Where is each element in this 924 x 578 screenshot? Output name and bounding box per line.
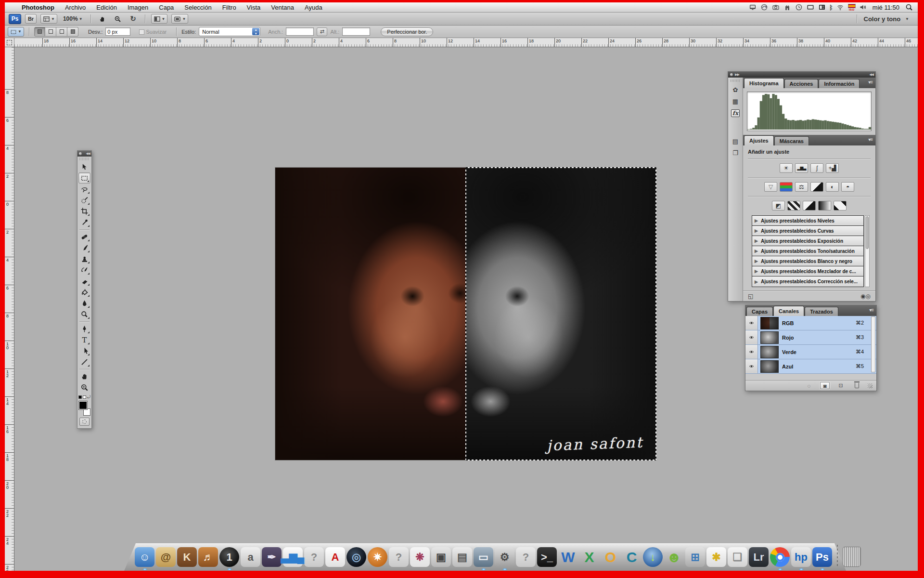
dock-paint-app[interactable]: ✱ bbox=[706, 547, 726, 567]
expand-triangle-icon[interactable]: ▶ bbox=[755, 249, 758, 253]
channel-mixer-icon[interactable]: ◓ bbox=[841, 182, 854, 192]
foreground-color-swatch[interactable] bbox=[79, 401, 87, 409]
selection-mode-subtract[interactable] bbox=[56, 27, 67, 37]
expand-triangle-icon[interactable]: ▶ bbox=[755, 279, 758, 284]
dock-system-preferences[interactable]: ⚙ bbox=[495, 547, 514, 567]
expand-triangle-icon[interactable]: ▶ bbox=[755, 259, 758, 263]
dock-missing-app-3[interactable]: ? bbox=[516, 547, 536, 567]
tab-mascaras[interactable]: Máscaras bbox=[774, 136, 809, 145]
adjustments-doc-icon[interactable]: ▤ bbox=[732, 138, 738, 145]
color-swatches[interactable] bbox=[79, 401, 90, 416]
dock-outlook[interactable]: O bbox=[601, 547, 620, 567]
close-icon[interactable] bbox=[730, 73, 733, 76]
dock-excel[interactable]: X bbox=[579, 547, 599, 567]
dock-photoshop[interactable]: Ps bbox=[812, 547, 832, 567]
gradient-map-icon[interactable] bbox=[818, 201, 831, 210]
menu-clock[interactable]: mié 11:50 bbox=[873, 4, 899, 11]
black-white-icon[interactable] bbox=[810, 182, 823, 192]
hue-saturation-icon[interactable] bbox=[780, 182, 793, 192]
brightness-contrast-icon[interactable]: ☀ bbox=[780, 163, 793, 173]
clip-toggle-icon[interactable]: ◉◎ bbox=[860, 293, 871, 300]
refine-edge-button[interactable]: Perfeccionar bor. bbox=[381, 27, 433, 36]
workspace-switcher[interactable]: Color y tono bbox=[864, 15, 901, 23]
antialias-checkbox[interactable] bbox=[139, 29, 144, 35]
dock-garageband[interactable]: ♬ bbox=[198, 547, 218, 567]
palette-header[interactable]: ◀◀ bbox=[77, 151, 91, 157]
bridge-button[interactable]: Br bbox=[25, 14, 37, 24]
expand-triangle-icon[interactable]: ▶ bbox=[755, 218, 758, 223]
width-input[interactable] bbox=[286, 27, 314, 36]
expand-arrows-icon[interactable]: ▶▶ bbox=[735, 73, 739, 77]
bluetooth-icon[interactable]: ᛒ bbox=[829, 4, 833, 11]
eraser-tool[interactable] bbox=[78, 276, 90, 287]
panel-window-header[interactable]: ▶▶◀◀ bbox=[728, 72, 875, 78]
line-shape-tool[interactable] bbox=[78, 356, 90, 368]
dock-remote-desktop[interactable]: ⊞ bbox=[685, 547, 705, 567]
arrange-documents-button[interactable]: ▼ bbox=[151, 14, 168, 24]
load-selection-icon[interactable]: ◌ bbox=[804, 382, 814, 389]
dock-chrome[interactable] bbox=[770, 547, 790, 567]
brush-tool[interactable] bbox=[78, 242, 90, 253]
height-input[interactable] bbox=[342, 27, 370, 36]
zoom-tool[interactable] bbox=[78, 382, 90, 393]
rectangular-marquee-tool[interactable] bbox=[78, 172, 90, 184]
menu-photoshop[interactable]: Photoshop bbox=[16, 4, 60, 11]
dock-trash[interactable] bbox=[843, 547, 861, 567]
tab-ajustes[interactable]: Ajustes bbox=[744, 135, 774, 145]
channel-row-rgb[interactable]: RGB⌘2 bbox=[745, 316, 876, 330]
dock-numbers[interactable]: ▃▆▄ bbox=[283, 547, 303, 567]
eyedropper-tool[interactable] bbox=[78, 217, 90, 228]
delete-channel-icon[interactable] bbox=[852, 382, 861, 389]
styles-fx-icon[interactable]: fx bbox=[731, 109, 740, 117]
channel-row-azul[interactable]: Azul⌘5 bbox=[745, 359, 876, 374]
menu-imagen[interactable]: Imagen bbox=[122, 4, 154, 11]
rotate-view-button[interactable]: ↻ bbox=[128, 14, 139, 24]
channel-row-verde[interactable]: Verde⌘4 bbox=[745, 345, 876, 359]
channels-scrollbar[interactable] bbox=[871, 316, 875, 372]
selective-color-icon[interactable] bbox=[834, 201, 847, 210]
menu-selección[interactable]: Selección bbox=[179, 4, 217, 11]
vertical-ruler[interactable]: 8642024681 01 21 41 61 82 02 22 42 6 bbox=[5, 47, 14, 571]
dock-photo-box[interactable]: ❑ bbox=[728, 547, 747, 567]
dock-messenger[interactable]: ☻ bbox=[664, 547, 684, 567]
view-extras-button[interactable]: ▼ bbox=[40, 14, 57, 24]
quick-mask-button[interactable] bbox=[79, 418, 90, 426]
dock-camera-prints[interactable]: ▣ bbox=[431, 547, 451, 567]
tool-preset-picker[interactable]: ▼ bbox=[8, 27, 24, 37]
collapse-arrows-icon[interactable]: ◀◀ bbox=[86, 152, 90, 156]
document-canvas[interactable]: joan safont bbox=[275, 168, 656, 460]
tab-canales[interactable]: Canales bbox=[773, 306, 804, 316]
selection-mode-new[interactable] bbox=[34, 27, 45, 37]
color-palette-icon[interactable]: ✿ bbox=[733, 86, 738, 93]
close-icon[interactable] bbox=[79, 152, 82, 155]
dock-camino[interactable]: C bbox=[622, 547, 642, 567]
visibility-eye-icon[interactable] bbox=[745, 330, 758, 344]
spaces-icon[interactable] bbox=[818, 3, 826, 12]
clone-stamp-tool[interactable] bbox=[78, 253, 90, 264]
menu-filtro[interactable]: Filtro bbox=[217, 4, 242, 11]
preset-group[interactable]: ▶Ajustes preestablecidos Tono/saturación bbox=[752, 246, 863, 256]
history-brush-tool[interactable] bbox=[78, 264, 90, 276]
swap-width-height-button[interactable]: ⇄ bbox=[317, 27, 327, 36]
selection-mode-intersect[interactable] bbox=[67, 27, 78, 37]
crop-tool[interactable] bbox=[78, 206, 90, 217]
dock-photo-collage[interactable]: ✷ bbox=[368, 547, 387, 567]
camera-icon[interactable] bbox=[771, 3, 780, 12]
style-select[interactable]: Normal▲▼ bbox=[199, 27, 260, 36]
dodge-tool[interactable] bbox=[78, 309, 90, 320]
tab-trazados[interactable]: Trazados bbox=[805, 307, 838, 316]
selection-mode-add[interactable] bbox=[45, 27, 56, 37]
volume-icon[interactable] bbox=[859, 3, 867, 12]
tab-histograma[interactable]: Histograma bbox=[744, 78, 784, 88]
palette-grip[interactable] bbox=[79, 158, 90, 160]
panel-menu-icon[interactable]: ▾≡ bbox=[869, 307, 873, 313]
expand-panel-icon[interactable]: ◱ bbox=[748, 293, 753, 300]
preset-group[interactable]: ▶Ajustes preestablecidos Exposición bbox=[752, 236, 863, 246]
expand-triangle-icon[interactable]: ▶ bbox=[755, 228, 758, 233]
preset-group[interactable]: ▶Ajustes preestablecidos Niveles bbox=[752, 216, 863, 226]
menu-vista[interactable]: Vista bbox=[242, 4, 266, 11]
zoom-tool-button[interactable] bbox=[112, 14, 124, 24]
quick-selection-tool[interactable] bbox=[78, 195, 90, 206]
spotlight-search-icon[interactable] bbox=[905, 3, 913, 12]
posterize-icon[interactable] bbox=[787, 201, 800, 210]
